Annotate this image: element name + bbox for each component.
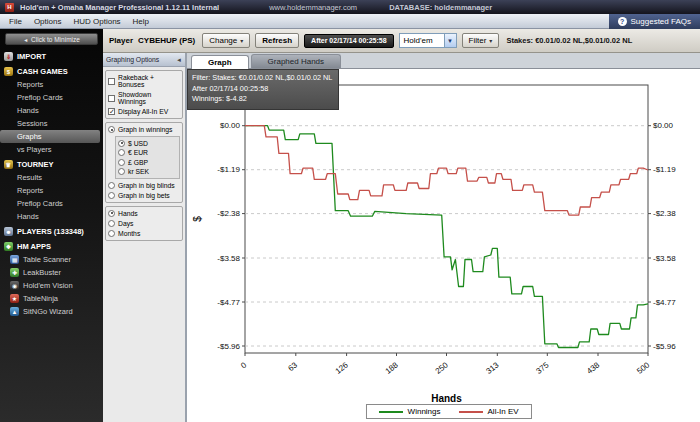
suggested-faqs-button[interactable]: ? Suggested FAQs [609, 14, 700, 29]
svg-text:$: $ [192, 216, 203, 222]
sidebar-section-cash-games[interactable]: CASH GAMES [0, 65, 103, 78]
website-link[interactable]: www.holdemmanager.com [269, 3, 357, 12]
radio-selected-icon [118, 140, 125, 147]
date-filter-button[interactable]: After 02/17/14 00:25:58 [304, 34, 394, 48]
sidebar-section-tourney[interactable]: TOURNEY [0, 158, 103, 171]
menu-options[interactable]: Options [28, 16, 68, 27]
sidebar-minimize-button[interactable]: Click to Minimize [5, 33, 98, 45]
svg-text:$0.00: $0.00 [220, 121, 241, 130]
currency-usd-label: $ USD [128, 140, 148, 147]
svg-text:313: 313 [484, 360, 500, 376]
sidebar-item-cash-hands[interactable]: Hands [0, 104, 103, 117]
graph-in-big-blinds-radio[interactable]: Graph in big blinds [108, 182, 180, 189]
svg-text:-$2.38: -$2.38 [217, 209, 240, 218]
table-scanner-icon [10, 255, 19, 264]
sidebar-item-sitngo-wizard[interactable]: SitNGo Wizard [0, 305, 103, 318]
period-months-radio[interactable]: Months [108, 230, 180, 237]
graph-in-big-bets-radio[interactable]: Graph in big bets [108, 192, 180, 199]
period-days-label: Days [118, 220, 134, 227]
graph-in-big-bets-label: Graph in big bets [118, 192, 170, 199]
rakeback-bonuses-checkbox[interactable]: Rakeback + Bonuses [108, 74, 180, 88]
cash-games-label: CASH GAMES [17, 67, 68, 76]
graph-pane: Graph Graphed Hands Filter: Stakes: €0.0… [187, 53, 700, 422]
showdown-winnings-checkbox[interactable]: Showdown Winnings [108, 91, 180, 105]
currency-usd-radio[interactable]: $ USD [118, 140, 177, 147]
filter-button[interactable]: Filter [462, 33, 500, 48]
display-options-group: Rakeback + Bonuses Showdown Winnings Dis… [105, 70, 183, 119]
menu-help[interactable]: Help [127, 16, 155, 27]
currency-eur-radio[interactable]: € EUR [118, 149, 177, 156]
sidebar-item-tourney-preflop-cards[interactable]: Preflop Cards [0, 197, 103, 210]
radio-selected-icon [108, 126, 115, 133]
sidebar-item-tourney-hands[interactable]: Hands [0, 210, 103, 223]
radio-selected-icon [108, 210, 115, 217]
svg-text:250: 250 [434, 360, 450, 376]
sidebar-item-cash-graphs[interactable]: Graphs [0, 130, 100, 143]
currency-gbp-radio[interactable]: £ GBP [118, 159, 177, 166]
sitngo-wizard-label: SitNGo Wizard [23, 307, 73, 316]
holdem-vision-label: Hold'em Vision [23, 281, 73, 290]
currency-sek-radio[interactable]: kr SEK [118, 168, 177, 175]
change-player-button[interactable]: Change [202, 33, 250, 48]
sidebar-item-cash-sessions[interactable]: Sessions [0, 117, 103, 130]
svg-text:63: 63 [286, 360, 299, 373]
menu-hud-options[interactable]: HUD Options [67, 16, 126, 27]
sidebar-item-leakbuster[interactable]: LeakBuster [0, 266, 103, 279]
menu-file[interactable]: File [3, 16, 28, 27]
title-bar: H Hold'em + Omaha Manager Professional 1… [0, 0, 700, 14]
period-days-radio[interactable]: Days [108, 220, 180, 227]
sidebar-item-tourney-reports[interactable]: Reports [0, 184, 103, 197]
stakes-text: Stakes: €0.01/0.02 NL,$0.01/0.02 NL [506, 36, 632, 45]
sidebar-item-cash-preflop-cards[interactable]: Preflop Cards [0, 91, 103, 104]
legend-winnings-label: Winnings [408, 407, 441, 416]
leakbuster-label: LeakBuster [23, 268, 61, 277]
svg-text:-$5.96: -$5.96 [217, 342, 240, 351]
sidebar-item-cash-reports[interactable]: Reports [0, 78, 103, 91]
chart-tooltip: Filter: Stakes: €0.01/0.02 NL,$0.01/0.02… [187, 69, 339, 110]
sidebar-item-table-scanner[interactable]: Table Scanner [0, 253, 103, 266]
chart-legend: Winnings All-In EV [366, 404, 532, 419]
cash-games-icon [4, 67, 13, 76]
svg-text:Hands: Hands [431, 393, 462, 404]
player-value: CYBEHUP (PS) [138, 36, 195, 45]
menu-bar: File Options HUD Options Help ? Suggeste… [0, 14, 700, 29]
checkbox-icon [108, 78, 115, 85]
game-type-select[interactable]: Hold'em ▼ [399, 33, 457, 48]
chevron-down-icon: ▼ [444, 34, 456, 47]
radio-icon [118, 149, 125, 156]
sidebar-item-holdem-vision[interactable]: Hold'em Vision [0, 279, 103, 292]
tab-graphed-hands[interactable]: Graphed Hands [251, 54, 341, 68]
sidebar-section-hm-apps[interactable]: HM APPS [0, 240, 103, 253]
graph-in-winnings-radio[interactable]: Graph in winnings [108, 126, 180, 133]
svg-text:500: 500 [635, 360, 651, 376]
sidebar-item-cash-vs-players[interactable]: vs Players [0, 143, 103, 156]
graphing-options-header: Graphing Options [103, 53, 185, 67]
game-type-value: Hold'em [404, 36, 433, 45]
radio-icon [108, 230, 115, 237]
tooltip-after-line: After 02/17/14 00:25:58 [192, 84, 332, 95]
tooltip-winnings-line: Winnings: $-4.82 [192, 94, 332, 105]
table-scanner-label: Table Scanner [23, 255, 71, 264]
sidebar-item-tourney-results[interactable]: Results [0, 171, 103, 184]
collapse-panel-icon[interactable] [176, 56, 182, 63]
chart-area: Filter: Stakes: €0.01/0.02 NL,$0.01/0.02… [187, 69, 700, 422]
sidebar-section-players[interactable]: PLAYERS (133348) [0, 225, 103, 238]
tab-graph[interactable]: Graph [191, 55, 249, 69]
app-icon: H [5, 3, 14, 12]
sidebar-item-tableninja[interactable]: TableNinja [0, 292, 103, 305]
player-label: Player [109, 36, 133, 45]
sitngo-wizard-icon [10, 307, 19, 316]
leakbuster-icon [10, 268, 19, 277]
sidebar-section-import[interactable]: IMPORT [0, 50, 103, 63]
svg-text:-$4.77: -$4.77 [653, 298, 676, 307]
period-hands-radio[interactable]: Hands [108, 210, 180, 217]
rakeback-bonuses-label: Rakeback + Bonuses [118, 74, 180, 88]
graph-in-big-blinds-label: Graph in big blinds [118, 182, 175, 189]
refresh-button[interactable]: Refresh [255, 33, 299, 48]
checkbox-checked-icon [108, 108, 115, 115]
radio-icon [108, 220, 115, 227]
display-allin-ev-checkbox[interactable]: Display All-In EV [108, 108, 180, 115]
currency-gbp-label: £ GBP [128, 159, 148, 166]
winnings-chart: $0.00$0.00-$1.19-$1.19-$2.38-$2.38-$3.58… [189, 71, 694, 411]
svg-text:-$4.77: -$4.77 [217, 298, 240, 307]
